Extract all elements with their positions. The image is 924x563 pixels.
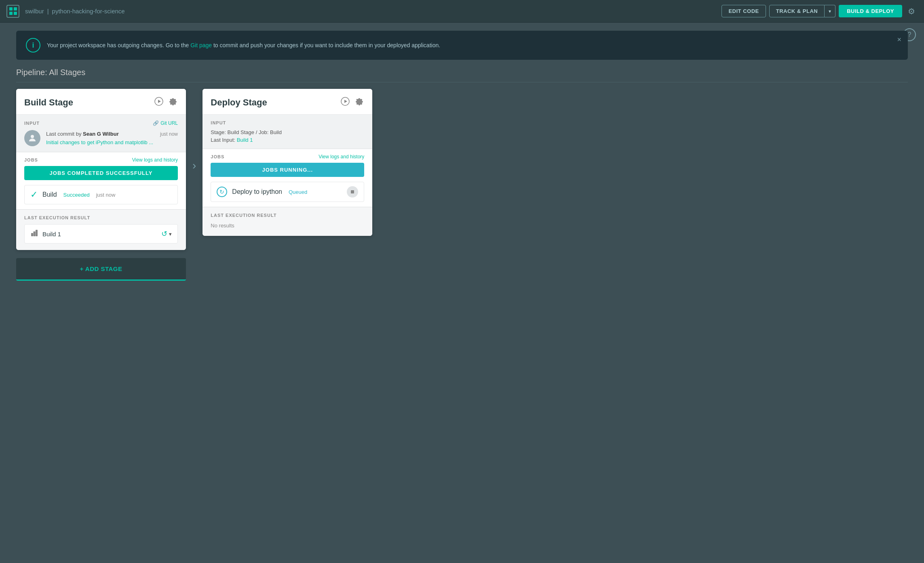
deploy-stage-header: Deploy Stage xyxy=(203,89,372,115)
git-url-label: Git URL xyxy=(160,120,178,126)
banner-text-before: Your project workspace has outgoing chan… xyxy=(47,42,190,48)
deploy-job-item: ↻ Deploy to ipython Queued xyxy=(211,182,364,202)
settings-gear-icon[interactable]: ⚙ xyxy=(905,4,918,19)
build-stage-input-section: INPUT 🔗 Git URL xyxy=(16,115,186,152)
info-icon: i xyxy=(26,38,40,53)
add-stage-button[interactable]: + ADD STAGE xyxy=(16,258,186,281)
banner-text-after: to commit and push your changes if you w… xyxy=(212,42,440,48)
deploy-stage-card: Deploy Stage xyxy=(203,89,372,236)
deploy-last-exec-section: LAST EXECUTION RESULT No results xyxy=(203,207,372,236)
deploy-input-separator: / xyxy=(256,129,259,135)
deploy-last-exec-label: LAST EXECUTION RESULT xyxy=(211,213,364,218)
svg-rect-5 xyxy=(36,230,38,236)
deploy-input-details: Stage: Build Stage / Job: Build Last Inp… xyxy=(211,129,364,143)
build-view-logs-link[interactable]: View logs and history xyxy=(132,157,178,163)
svg-rect-4 xyxy=(34,231,36,236)
track-plan-dropdown-button[interactable]: ▾ xyxy=(825,5,835,17)
svg-rect-3 xyxy=(31,233,33,236)
build-input-label-row: INPUT 🔗 Git URL xyxy=(24,120,178,126)
banner-close-button[interactable]: × xyxy=(897,36,901,44)
deploy-input-last-row: Last Input: Build 1 xyxy=(211,137,364,143)
svg-point-2 xyxy=(31,135,34,138)
build-job-status: Succeeded xyxy=(63,192,90,198)
deploy-input-label: INPUT xyxy=(211,120,226,125)
logo-dot-3 xyxy=(9,12,13,15)
deploy-input-last-label: Last Input: xyxy=(211,137,236,143)
build-stage-header-actions xyxy=(154,96,178,109)
build-input-info-top: Last commit by Sean G Wilbur just now xyxy=(46,131,178,137)
deploy-no-results: No results xyxy=(211,222,364,229)
commit-author: Last commit by Sean G Wilbur xyxy=(46,131,119,137)
deploy-input-label-row: INPUT xyxy=(211,120,364,125)
git-url-link[interactable]: 🔗 Git URL xyxy=(153,120,178,126)
username[interactable]: swilbur xyxy=(25,8,44,15)
build-last-exec-actions: ↺ ▾ xyxy=(160,229,172,239)
logo xyxy=(6,5,19,18)
user-avatar xyxy=(24,130,40,146)
project-title[interactable]: python-hacking-for-science xyxy=(52,8,125,15)
logo-dot-1 xyxy=(9,7,13,11)
build-jobs-status-bar: JOBS COMPLETED SUCCESSFULLY xyxy=(24,166,178,180)
deploy-input-stage-job: Stage: Build Stage / Job: Build xyxy=(211,129,364,135)
project-name: swilbur|python-hacking-for-science xyxy=(23,8,127,15)
logo-dot-4 xyxy=(14,12,17,15)
build-job-time: just now xyxy=(96,192,116,198)
commit-author-name: Sean G Wilbur xyxy=(83,131,119,137)
deploy-view-logs-link[interactable]: View logs and history xyxy=(319,154,364,160)
track-plan-button[interactable]: TRACK & PLAN xyxy=(769,5,825,17)
edit-code-button[interactable]: EDIT CODE xyxy=(721,5,766,17)
build-input-row: Last commit by Sean G Wilbur just now In… xyxy=(24,130,178,146)
build-jobs-label: JOBS xyxy=(24,158,38,162)
deploy-stage-settings-icon[interactable] xyxy=(354,96,364,109)
banner-text: Your project workspace has outgoing chan… xyxy=(47,41,440,50)
commit-message-link[interactable]: Initial changes to get iPython and matpl… xyxy=(46,139,153,145)
deploy-job-stop-button[interactable] xyxy=(347,186,358,197)
deploy-job-status: Queued xyxy=(289,189,307,195)
deploy-jobs-status-bar: JOBS RUNNING... xyxy=(211,163,364,177)
deploy-jobs-header: JOBS View logs and history xyxy=(203,149,372,163)
build-jobs-header: JOBS View logs and history xyxy=(16,152,186,166)
deploy-stage-play-button[interactable] xyxy=(340,96,350,109)
build-jobs-section: JOBS View logs and history JOBS COMPLETE… xyxy=(16,152,186,210)
build-last-exec-item: Build 1 ↺ ▾ xyxy=(24,224,178,244)
build-last-exec-label: LAST EXECUTION RESULT xyxy=(24,215,178,220)
build-deploy-button[interactable]: BUILD & DEPLOY xyxy=(839,5,902,17)
git-page-link[interactable]: Git page xyxy=(190,42,212,48)
deploy-stage-input-section: INPUT Stage: Build Stage / Job: Build La… xyxy=(203,115,372,149)
header-actions: EDIT CODE TRACK & PLAN ▾ BUILD & DEPLOY … xyxy=(721,4,918,19)
svg-marker-1 xyxy=(158,100,161,103)
build-job-success-icon: ✓ xyxy=(30,189,38,200)
separator: | xyxy=(47,8,49,15)
pipeline-section: Pipeline: All Stages Build Stage xyxy=(0,68,924,281)
stages-container: Build Stage xyxy=(16,89,908,250)
deploy-stage-title: Deploy Stage xyxy=(211,97,267,108)
deploy-job-name[interactable]: Deploy to ipython xyxy=(232,188,282,195)
build-input-label: INPUT xyxy=(24,121,40,126)
deploy-input-stage: Stage: Build Stage xyxy=(211,129,254,135)
build-replay-button[interactable]: ↺ xyxy=(160,229,169,239)
build-last-exec-name: Build 1 xyxy=(42,231,156,237)
stage-arrow: › xyxy=(192,159,196,172)
logo-dot-2 xyxy=(14,7,17,11)
deploy-input-job: Job: Build xyxy=(259,129,282,135)
link-icon: 🔗 xyxy=(153,120,159,126)
build-job-name[interactable]: Build xyxy=(42,191,57,198)
build-replay-dropdown-button[interactable]: ▾ xyxy=(169,231,172,237)
deploy-jobs-label: JOBS xyxy=(211,154,224,159)
deploy-stage-header-actions xyxy=(340,96,364,109)
svg-marker-7 xyxy=(344,100,347,103)
build-stage-play-button[interactable] xyxy=(154,96,164,109)
deploy-jobs-section: JOBS View logs and history JOBS RUNNING.… xyxy=(203,149,372,207)
commit-time: just now xyxy=(160,131,178,137)
build-last-exec-section: LAST EXECUTION RESULT Build 1 ↺ ▾ xyxy=(16,210,186,250)
banner: i Your project workspace has outgoing ch… xyxy=(16,31,908,60)
build-stage-title: Build Stage xyxy=(24,97,73,108)
build-input-info: Last commit by Sean G Wilbur just now In… xyxy=(46,131,178,146)
logo-dots xyxy=(9,7,17,15)
build-stage-settings-icon[interactable] xyxy=(168,96,178,109)
build-stage-header: Build Stage xyxy=(16,89,186,115)
deploy-input-last-link[interactable]: Build 1 xyxy=(237,137,253,143)
svg-rect-8 xyxy=(351,190,354,193)
commit-author-prefix: Last commit by xyxy=(46,131,83,137)
header: swilbur|python-hacking-for-science EDIT … xyxy=(0,0,924,23)
